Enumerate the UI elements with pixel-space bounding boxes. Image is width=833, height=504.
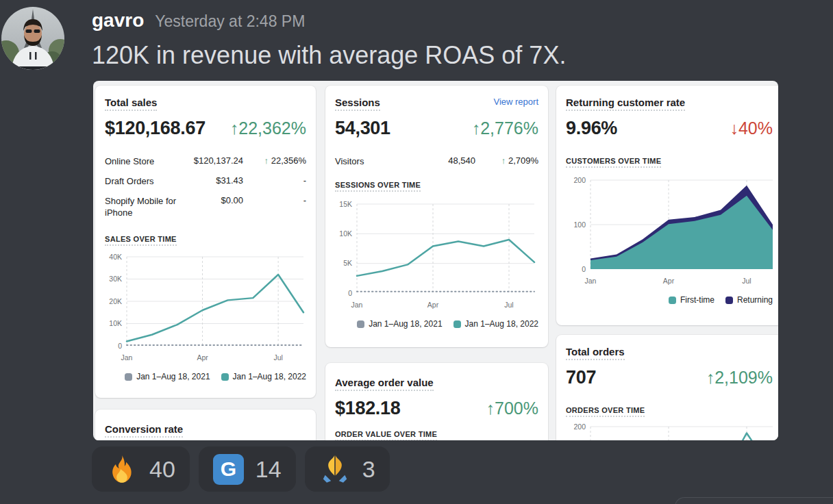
row-label: Online Store [105, 155, 187, 167]
legend-item: Returning [725, 295, 773, 305]
svg-text:Jan: Jan [351, 301, 363, 309]
total-sales-title: Total sales [105, 97, 157, 111]
orders-chart-heading: ORDERS OVER TIME [566, 406, 645, 417]
reaction-count: 3 [362, 456, 375, 483]
returning-rate-value: 9.96% [566, 118, 617, 139]
returning-rate-change: ↓40% [730, 118, 773, 138]
sessions-chart-heading: SESSIONS OVER TIME [335, 181, 421, 192]
sales-over-time-chart: 010K20K30K40KJanAprJul [105, 251, 306, 365]
row-change: - [303, 175, 306, 186]
legend-swatch [725, 297, 733, 304]
customers-chart-heading: CUSTOMERS OVER TIME [566, 157, 661, 168]
reaction-count: 40 [149, 456, 175, 483]
svg-text:5K: 5K [343, 259, 352, 267]
svg-text:10K: 10K [109, 319, 122, 327]
sessions-chart-legend: Jan 1–Aug 18, 2021Jan 1–Aug 18, 2022 [335, 319, 538, 329]
table-row: Visitors 48,540 ↑ 2,709% [335, 151, 538, 171]
sessions-title: Sessions [335, 97, 380, 111]
svg-text:15K: 15K [339, 200, 352, 208]
svg-text:Jan: Jan [585, 277, 597, 285]
svg-text:Jan: Jan [121, 353, 133, 362]
row-label: Visitors [335, 155, 438, 167]
returning-rate-card: Returning customer rate 9.96% ↓40% CUSTO… [556, 86, 778, 325]
username[interactable]: gavro [92, 10, 144, 32]
reactions-row: 40 G 14 3 [92, 446, 390, 492]
row-value: $0.00 [187, 195, 243, 205]
row-change: 2,709% [508, 155, 538, 166]
aov-chart-heading: ORDER VALUE OVER TIME [335, 430, 437, 440]
g-letter-emoji-icon: G [213, 454, 244, 485]
svg-text:10K: 10K [339, 229, 352, 238]
legend-swatch [125, 373, 132, 381]
bottom-right-panel-edge [675, 497, 833, 504]
svg-text:Jul: Jul [742, 277, 751, 285]
dashboard-image-embed[interactable]: Total sales $120,168.67 ↑22,362% Online … [93, 81, 778, 440]
up-arrow-icon: ↑ [501, 155, 506, 166]
sales-chart-heading: SALES OVER TIME [105, 235, 177, 246]
row-label: Draft Orders [105, 175, 187, 187]
sessions-card: Sessions View report 54,301 ↑2,776% Visi… [325, 86, 548, 347]
up-arrow-icon: ↑ [264, 155, 269, 166]
reaction-g[interactable]: G 14 [199, 446, 296, 492]
row-value: $31.43 [187, 175, 243, 186]
average-order-value-card: Average order value $182.18 ↑700% ORDER … [325, 363, 548, 440]
pray-emoji-icon [319, 453, 351, 485]
sessions-change: ↑2,776% [472, 118, 538, 138]
svg-text:Apr: Apr [427, 301, 439, 309]
svg-text:0: 0 [118, 342, 122, 350]
message-text: 120K in revenue with average ROAS of 7X. [92, 41, 566, 70]
total-sales-change: ↑22,362% [230, 118, 306, 138]
svg-text:Apr: Apr [663, 277, 675, 285]
svg-text:Jul: Jul [504, 301, 513, 309]
legend-swatch [221, 373, 229, 381]
reaction-fire[interactable]: 40 [92, 446, 190, 492]
avatar[interactable] [1, 7, 64, 70]
legend-swatch [669, 297, 676, 304]
aov-title: Average order value [335, 377, 434, 391]
svg-text:Jul: Jul [273, 353, 282, 362]
legend-swatch [357, 320, 364, 328]
view-report-link[interactable]: View report [493, 97, 538, 107]
customers-chart-legend: First-timeReturning [566, 295, 773, 305]
sessions-breakdown: Visitors 48,540 ↑ 2,709% [335, 151, 538, 171]
svg-text:100: 100 [573, 220, 586, 229]
customers-over-time-chart: 0100200JanAprJul [566, 173, 773, 288]
returning-rate-title: Returning customer rate [566, 97, 685, 111]
svg-text:40K: 40K [109, 253, 122, 261]
sessions-over-time-chart: 05K10K15KJanAprJul [335, 197, 538, 312]
row-label: Shopify Mobile for iPhone [105, 195, 187, 218]
total-orders-card: Total orders 707 ↑2,109% ORDERS OVER TIM… [556, 335, 778, 440]
conversion-rate-card: Conversion rate [95, 410, 316, 440]
reaction-pray[interactable]: 3 [305, 446, 390, 492]
legend-item: Jan 1–Aug 18, 2021 [357, 319, 442, 329]
row-value: $120,137.24 [187, 155, 243, 166]
legend-item: Jan 1–Aug 18, 2021 [125, 372, 210, 381]
total-sales-card: Total sales $120,168.67 ↑22,362% Online … [95, 86, 316, 398]
conversion-rate-title: Conversion rate [105, 423, 183, 438]
table-row: Online Store $120,137.24 ↑ 22,356% [105, 151, 306, 171]
sales-breakdown: Online Store $120,137.24 ↑ 22,356% Draft… [105, 151, 306, 223]
legend-item: First-time [669, 295, 714, 305]
row-change: 22,356% [271, 155, 306, 166]
svg-text:0: 0 [582, 265, 586, 273]
svg-text:20K: 20K [109, 297, 122, 305]
total-sales-value: $120,168.67 [105, 118, 206, 139]
sales-chart-legend: Jan 1–Aug 18, 2021Jan 1–Aug 18, 2022 [105, 372, 306, 381]
total-orders-title: Total orders [566, 346, 625, 360]
legend-item: Jan 1–Aug 18, 2022 [221, 372, 306, 381]
fire-emoji-icon [106, 453, 138, 485]
row-change: - [303, 195, 306, 205]
row-value: 48,540 [438, 155, 475, 166]
sessions-value: 54,301 [335, 118, 390, 139]
reaction-count: 14 [256, 456, 282, 483]
message-header: gavro Yesterday at 2:48 PM [92, 10, 305, 32]
table-row: Draft Orders $31.43 - [105, 171, 306, 191]
svg-text:30K: 30K [109, 275, 122, 283]
total-orders-value: 707 [566, 367, 596, 388]
avatar-photo [1, 7, 64, 70]
legend-swatch [453, 320, 461, 328]
orders-over-time-chart: 0100200JanAprJul [566, 423, 773, 440]
svg-text:Apr: Apr [197, 353, 208, 362]
svg-text:200: 200 [573, 423, 586, 431]
svg-text:0: 0 [348, 289, 352, 297]
